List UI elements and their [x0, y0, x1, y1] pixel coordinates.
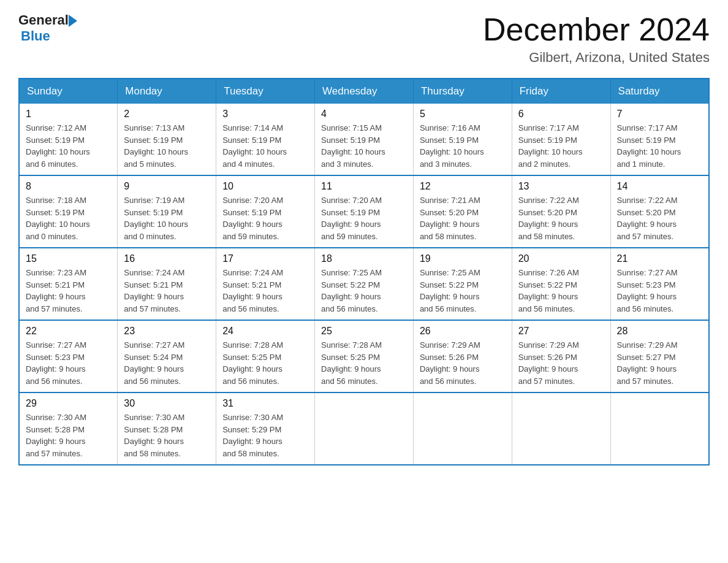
day-header-sunday: Sunday — [19, 79, 118, 104]
day-number: 25 — [321, 326, 407, 337]
calendar-cell — [413, 393, 512, 465]
calendar-cell — [315, 393, 414, 465]
day-number: 29 — [26, 398, 111, 409]
calendar-cell: 7Sunrise: 7:17 AM Sunset: 5:19 PM Daylig… — [610, 104, 709, 175]
day-header-monday: Monday — [118, 79, 216, 104]
day-info: Sunrise: 7:20 AM Sunset: 5:19 PM Dayligh… — [321, 194, 407, 242]
title-area: December 2024 Gilbert, Arizona, United S… — [483, 12, 710, 66]
calendar-cell: 21Sunrise: 7:27 AM Sunset: 5:23 PM Dayli… — [610, 248, 709, 320]
month-title: December 2024 — [483, 12, 710, 47]
calendar-cell: 10Sunrise: 7:20 AM Sunset: 5:19 PM Dayli… — [216, 175, 315, 248]
day-info: Sunrise: 7:19 AM Sunset: 5:19 PM Dayligh… — [124, 194, 210, 242]
day-number: 19 — [420, 253, 506, 264]
day-info: Sunrise: 7:28 AM Sunset: 5:25 PM Dayligh… — [321, 339, 407, 387]
day-info: Sunrise: 7:27 AM Sunset: 5:24 PM Dayligh… — [124, 339, 210, 387]
day-number: 13 — [518, 181, 604, 192]
day-number: 12 — [420, 181, 506, 192]
calendar-cell: 4Sunrise: 7:15 AM Sunset: 5:19 PM Daylig… — [315, 104, 414, 175]
calendar-cell: 12Sunrise: 7:21 AM Sunset: 5:20 PM Dayli… — [413, 175, 512, 248]
day-header-wednesday: Wednesday — [315, 79, 414, 104]
day-info: Sunrise: 7:17 AM Sunset: 5:19 PM Dayligh… — [518, 122, 604, 170]
calendar-cell: 18Sunrise: 7:25 AM Sunset: 5:22 PM Dayli… — [315, 248, 414, 320]
day-header-tuesday: Tuesday — [216, 79, 315, 104]
day-info: Sunrise: 7:29 AM Sunset: 5:27 PM Dayligh… — [617, 339, 702, 387]
calendar-cell: 1Sunrise: 7:12 AM Sunset: 5:19 PM Daylig… — [19, 104, 118, 175]
calendar-cell: 14Sunrise: 7:22 AM Sunset: 5:20 PM Dayli… — [610, 175, 709, 248]
calendar-week-3: 15Sunrise: 7:23 AM Sunset: 5:21 PM Dayli… — [19, 248, 709, 320]
day-info: Sunrise: 7:26 AM Sunset: 5:22 PM Dayligh… — [518, 267, 604, 315]
day-number: 3 — [222, 109, 308, 120]
calendar-week-5: 29Sunrise: 7:30 AM Sunset: 5:28 PM Dayli… — [19, 393, 709, 465]
day-number: 30 — [124, 398, 210, 409]
calendar-cell: 20Sunrise: 7:26 AM Sunset: 5:22 PM Dayli… — [512, 248, 610, 320]
day-number: 20 — [518, 253, 604, 264]
day-info: Sunrise: 7:24 AM Sunset: 5:21 PM Dayligh… — [124, 267, 210, 315]
calendar-cell: 28Sunrise: 7:29 AM Sunset: 5:27 PM Dayli… — [610, 320, 709, 393]
day-info: Sunrise: 7:22 AM Sunset: 5:20 PM Dayligh… — [617, 194, 702, 242]
day-number: 16 — [124, 253, 210, 264]
day-number: 6 — [518, 109, 604, 120]
day-info: Sunrise: 7:22 AM Sunset: 5:20 PM Dayligh… — [518, 194, 604, 242]
day-number: 17 — [222, 253, 308, 264]
calendar-table: SundayMondayTuesdayWednesdayThursdayFrid… — [18, 78, 710, 465]
calendar-cell — [610, 393, 709, 465]
calendar-cell — [512, 393, 610, 465]
day-header-friday: Friday — [512, 79, 610, 104]
day-info: Sunrise: 7:24 AM Sunset: 5:21 PM Dayligh… — [222, 267, 308, 315]
calendar-cell: 17Sunrise: 7:24 AM Sunset: 5:21 PM Dayli… — [216, 248, 315, 320]
calendar-cell: 23Sunrise: 7:27 AM Sunset: 5:24 PM Dayli… — [118, 320, 216, 393]
day-info: Sunrise: 7:17 AM Sunset: 5:19 PM Dayligh… — [617, 122, 702, 170]
day-number: 26 — [420, 326, 506, 337]
day-number: 27 — [518, 326, 604, 337]
header-row: SundayMondayTuesdayWednesdayThursdayFrid… — [19, 79, 709, 104]
calendar-cell: 9Sunrise: 7:19 AM Sunset: 5:19 PM Daylig… — [118, 175, 216, 248]
day-info: Sunrise: 7:13 AM Sunset: 5:19 PM Dayligh… — [124, 122, 210, 170]
day-info: Sunrise: 7:23 AM Sunset: 5:21 PM Dayligh… — [26, 267, 111, 315]
day-number: 2 — [124, 109, 210, 120]
day-info: Sunrise: 7:12 AM Sunset: 5:19 PM Dayligh… — [26, 122, 111, 170]
day-number: 7 — [617, 109, 702, 120]
calendar-cell: 30Sunrise: 7:30 AM Sunset: 5:28 PM Dayli… — [118, 393, 216, 465]
calendar-cell: 15Sunrise: 7:23 AM Sunset: 5:21 PM Dayli… — [19, 248, 118, 320]
day-number: 4 — [321, 109, 407, 120]
day-header-thursday: Thursday — [413, 79, 512, 104]
day-number: 31 — [222, 398, 308, 409]
day-number: 24 — [222, 326, 308, 337]
day-info: Sunrise: 7:20 AM Sunset: 5:19 PM Dayligh… — [222, 194, 308, 242]
logo-triangle-icon — [69, 15, 77, 27]
calendar-cell: 5Sunrise: 7:16 AM Sunset: 5:19 PM Daylig… — [413, 104, 512, 175]
day-number: 8 — [26, 181, 111, 192]
header: General Blue December 2024 Gilbert, Ariz… — [18, 12, 710, 66]
day-number: 11 — [321, 181, 407, 192]
day-number: 10 — [222, 181, 308, 192]
day-info: Sunrise: 7:25 AM Sunset: 5:22 PM Dayligh… — [321, 267, 407, 315]
day-info: Sunrise: 7:28 AM Sunset: 5:25 PM Dayligh… — [222, 339, 308, 387]
day-header-saturday: Saturday — [610, 79, 709, 104]
day-number: 22 — [26, 326, 111, 337]
day-number: 14 — [617, 181, 702, 192]
calendar-cell: 24Sunrise: 7:28 AM Sunset: 5:25 PM Dayli… — [216, 320, 315, 393]
day-number: 18 — [321, 253, 407, 264]
logo-general-text: General — [18, 12, 69, 28]
day-number: 1 — [26, 109, 111, 120]
day-info: Sunrise: 7:15 AM Sunset: 5:19 PM Dayligh… — [321, 122, 407, 170]
calendar-cell: 22Sunrise: 7:27 AM Sunset: 5:23 PM Dayli… — [19, 320, 118, 393]
logo-blue-text: Blue — [21, 28, 77, 44]
day-number: 9 — [124, 181, 210, 192]
day-info: Sunrise: 7:29 AM Sunset: 5:26 PM Dayligh… — [420, 339, 506, 387]
calendar-cell: 3Sunrise: 7:14 AM Sunset: 5:19 PM Daylig… — [216, 104, 315, 175]
location-subtitle: Gilbert, Arizona, United States — [483, 50, 710, 66]
calendar-cell: 27Sunrise: 7:29 AM Sunset: 5:26 PM Dayli… — [512, 320, 610, 393]
day-number: 23 — [124, 326, 210, 337]
day-info: Sunrise: 7:25 AM Sunset: 5:22 PM Dayligh… — [420, 267, 506, 315]
calendar-cell: 31Sunrise: 7:30 AM Sunset: 5:29 PM Dayli… — [216, 393, 315, 465]
day-info: Sunrise: 7:30 AM Sunset: 5:28 PM Dayligh… — [26, 412, 111, 459]
calendar-cell: 13Sunrise: 7:22 AM Sunset: 5:20 PM Dayli… — [512, 175, 610, 248]
day-number: 21 — [617, 253, 702, 264]
day-info: Sunrise: 7:30 AM Sunset: 5:28 PM Dayligh… — [124, 412, 210, 459]
calendar-cell: 19Sunrise: 7:25 AM Sunset: 5:22 PM Dayli… — [413, 248, 512, 320]
day-number: 5 — [420, 109, 506, 120]
logo: General Blue — [18, 12, 77, 44]
day-number: 28 — [617, 326, 702, 337]
calendar-cell: 8Sunrise: 7:18 AM Sunset: 5:19 PM Daylig… — [19, 175, 118, 248]
